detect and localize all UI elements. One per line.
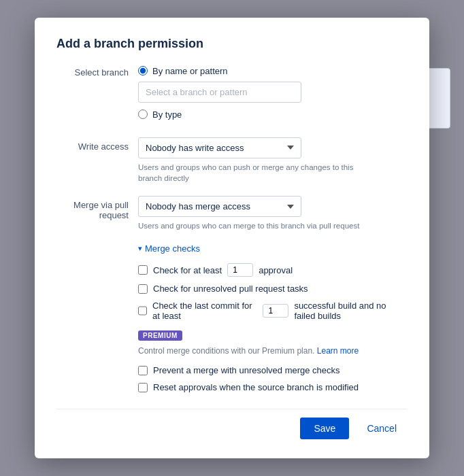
cancel-button[interactable]: Cancel (356, 418, 408, 439)
learn-more-link[interactable]: Learn more (317, 346, 359, 356)
write-access-select[interactable]: Nobody has write access (138, 137, 301, 158)
chevron-down-icon: ▾ (138, 244, 142, 253)
check-prevent-merge-label: Prevent a merge with unresolved merge ch… (153, 365, 340, 375)
modal-footer: Save Cancel (56, 409, 408, 439)
check-approval-suffix: approval (259, 265, 293, 275)
merge-access-select[interactable]: Nobody has merge access (138, 196, 301, 217)
build-count-input[interactable] (263, 304, 288, 318)
approval-count-input[interactable] (227, 263, 253, 277)
premium-hint-text: Control merge conditions with our Premiu… (138, 346, 314, 356)
modal-overlay: Add a branch permission Select branch By… (0, 0, 464, 476)
select-branch-row: Select branch By name or pattern By type (56, 66, 408, 125)
check-build: Check the last commit for at least succe… (138, 301, 408, 321)
save-button[interactable]: Save (300, 418, 349, 439)
check-build-prefix: Check the last commit for at least (152, 301, 257, 321)
check-prevent-merge: Prevent a merge with unresolved merge ch… (138, 365, 408, 375)
radio-by-type-input[interactable] (138, 109, 148, 119)
premium-badge: PREMIUM (138, 330, 182, 341)
radio-by-name-label: By name or pattern (152, 66, 228, 76)
merge-checks-toggle-label: Merge checks (145, 243, 200, 254)
merge-access-hint: Users and groups who can merge to this b… (138, 220, 369, 231)
radio-by-type-label: By type (152, 109, 182, 120)
check-build-suffix: successful build and no failed builds (294, 301, 408, 321)
merge-checks-section: Check for at least approval Check for un… (138, 263, 408, 321)
modal-title: Add a branch permission (56, 37, 408, 51)
check-pr-tasks: Check for unresolved pull request tasks (138, 284, 408, 294)
write-access-content: Nobody has write access Users and groups… (138, 137, 408, 184)
premium-hint: Control merge conditions with our Premiu… (138, 346, 408, 356)
merge-access-row: Merge via pull request Nobody has merge … (56, 196, 408, 231)
check-approval-checkbox[interactable] (138, 265, 148, 275)
check-reset-approvals-label: Reset approvals when the source branch i… (153, 382, 359, 392)
check-pr-tasks-checkbox[interactable] (138, 284, 148, 294)
modal-dialog: Add a branch permission Select branch By… (35, 18, 429, 458)
write-access-hint: Users and groups who can push or merge a… (138, 162, 369, 184)
premium-section: PREMIUM Control merge conditions with ou… (138, 328, 408, 392)
radio-by-name[interactable]: By name or pattern (138, 66, 408, 76)
check-prevent-merge-checkbox[interactable] (138, 366, 148, 375)
merge-access-label: Merge via pull request (56, 196, 138, 220)
check-approval: Check for at least approval (138, 263, 408, 277)
merge-access-content: Nobody has merge access Users and groups… (138, 196, 408, 231)
check-build-checkbox[interactable] (138, 306, 147, 316)
write-access-label: Write access (56, 137, 138, 152)
radio-by-type[interactable]: By type (138, 109, 408, 120)
write-access-row: Write access Nobody has write access Use… (56, 137, 408, 184)
branch-pattern-input[interactable] (138, 82, 301, 103)
check-reset-approvals: Reset approvals when the source branch i… (138, 382, 408, 392)
check-reset-approvals-checkbox[interactable] (138, 383, 148, 392)
select-branch-content: By name or pattern By type (138, 66, 408, 125)
merge-checks-toggle[interactable]: ▾ Merge checks (138, 243, 408, 254)
check-approval-prefix: Check for at least (153, 265, 222, 275)
select-branch-label: Select branch (56, 66, 138, 78)
check-pr-tasks-label: Check for unresolved pull request tasks (153, 284, 308, 294)
radio-by-name-input[interactable] (138, 66, 148, 75)
